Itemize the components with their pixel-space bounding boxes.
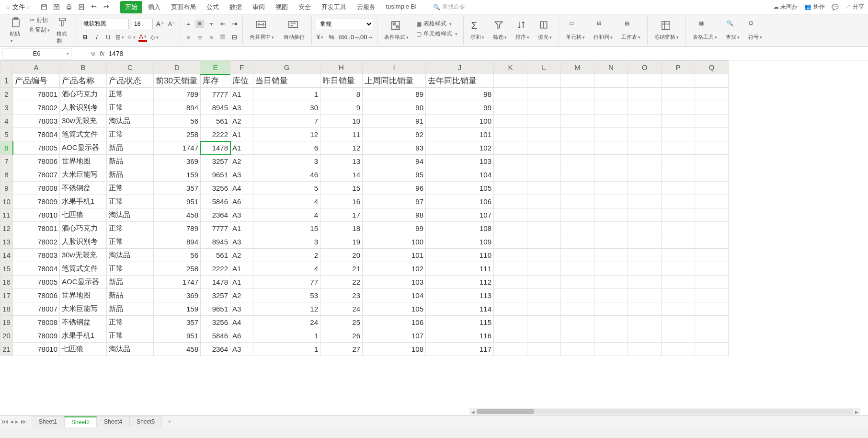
cell[interactable] [527,302,561,316]
spreadsheet-grid[interactable]: ABCDEFGHIJKLMNOPQ 1产品编号产品名称产品状态前30天销量库存库… [0,60,868,415]
cell[interactable]: AOC显示器 [60,276,107,289]
merge-button[interactable]: 合并居中 [247,19,277,42]
cell[interactable] [695,289,729,302]
cell[interactable]: 77 [253,276,320,289]
cell[interactable]: 昨日销量 [320,74,363,88]
cell[interactable]: 93 [363,141,426,155]
cell[interactable] [527,329,561,343]
cell[interactable] [494,302,527,316]
ribbon-tab-10[interactable]: tusimple BI [381,1,422,13]
cell[interactable] [561,101,594,115]
cell[interactable]: A3 [230,101,253,115]
cell[interactable] [695,343,729,356]
fill-button[interactable]: 填充 [535,19,555,42]
cell[interactable] [494,101,527,115]
formula-input[interactable] [108,50,396,58]
cell[interactable] [561,329,594,343]
cell[interactable]: 正常 [107,262,154,276]
cell[interactable] [662,222,695,235]
find-button[interactable]: 🔍查找 [723,19,742,42]
cell[interactable] [628,249,662,262]
cell[interactable]: 库存 [201,74,230,88]
cell[interactable]: 894 [154,101,201,115]
row-header-13[interactable]: 13 [0,235,13,249]
cell[interactable]: 新品 [107,141,154,155]
cell[interactable]: 106 [363,316,426,329]
cell[interactable]: A2 [230,289,253,302]
bold-icon[interactable]: B [81,33,90,42]
cell[interactable]: 24 [253,316,320,329]
cell[interactable]: 114 [426,302,494,316]
cell[interactable]: 13 [320,155,363,168]
sync-status[interactable]: ☁ 未同步 [773,3,798,11]
underline-icon[interactable]: U [104,33,113,42]
cell[interactable] [594,101,628,115]
cell[interactable]: 99 [363,222,426,235]
cell[interactable] [628,141,662,155]
sheet-tab-Sheet2[interactable]: Sheet2 [64,416,97,427]
cell[interactable]: 笔筒式文件 [60,262,107,276]
cell[interactable]: 2364 [201,343,230,356]
cell[interactable]: 111 [426,262,494,276]
cell[interactable]: 酒心巧克力 [60,222,107,235]
cell[interactable] [695,115,729,128]
cell[interactable]: 105 [363,302,426,316]
cell[interactable] [561,276,594,289]
italic-icon[interactable]: I [92,33,101,42]
cell[interactable]: 107 [426,208,494,222]
cell[interactable]: 2222 [201,128,230,141]
cell[interactable] [695,316,729,329]
cell[interactable] [527,182,561,195]
cell[interactable]: 78007 [13,302,60,316]
cell[interactable]: 105 [426,182,494,195]
cell[interactable]: 78004 [13,128,60,141]
cut-button[interactable]: ✂剪切 [28,16,52,25]
cell[interactable]: 78009 [13,329,60,343]
cell[interactable]: 正常 [107,235,154,249]
cell[interactable]: 78003 [13,249,60,262]
cell[interactable]: A6 [230,329,253,343]
cell[interactable]: A1 [230,222,253,235]
cell[interactable] [594,155,628,168]
cell[interactable] [695,182,729,195]
cell[interactable] [594,249,628,262]
cell[interactable]: 正常 [107,128,154,141]
cell[interactable]: 458 [154,343,201,356]
cell[interactable]: 淘汰品 [107,208,154,222]
row-header-9[interactable]: 9 [0,182,13,195]
cell[interactable]: 3 [253,155,320,168]
zoom-icon[interactable]: ⊕ [91,50,96,57]
cell[interactable]: 21 [320,262,363,276]
font-size-select[interactable] [132,19,153,29]
cell[interactable]: 159 [154,168,201,182]
cell[interactable]: 56 [154,115,201,128]
cell[interactable]: 258 [154,262,201,276]
share-button[interactable]: ↗ 分享 [845,3,864,11]
cell[interactable] [594,343,628,356]
indent-decrease-icon[interactable]: ⇤ [218,20,227,28]
sheet-next-icon[interactable]: ▸ [15,418,19,425]
cell[interactable]: 1478 [201,276,230,289]
cell[interactable]: 258 [154,128,201,141]
tabletool-button[interactable]: ▦表格工具 [690,19,720,42]
file-menu[interactable]: ≡ 文件 ▽ [4,2,33,12]
row-header-14[interactable]: 14 [0,249,13,262]
cell[interactable] [662,289,695,302]
increase-decimal-icon[interactable]: .00→ [362,33,370,42]
cell[interactable]: 19 [320,235,363,249]
cell[interactable] [527,222,561,235]
cell[interactable] [628,262,662,276]
cell[interactable] [527,74,561,88]
ribbon-tab-9[interactable]: 云服务 [352,1,380,13]
cell[interactable] [594,74,628,88]
cell[interactable]: 113 [426,289,494,302]
cell[interactable]: 78008 [13,316,60,329]
sort-button[interactable]: 排序 [513,19,532,42]
sheet-tab-Sheet1[interactable]: Sheet1 [32,416,64,427]
cell[interactable]: 15 [253,222,320,235]
cell[interactable]: 新品 [107,302,154,316]
cell[interactable]: 人脸识别考 [60,101,107,115]
cell[interactable]: 78007 [13,168,60,182]
cell[interactable] [662,101,695,115]
cell[interactable]: 96 [363,182,426,195]
